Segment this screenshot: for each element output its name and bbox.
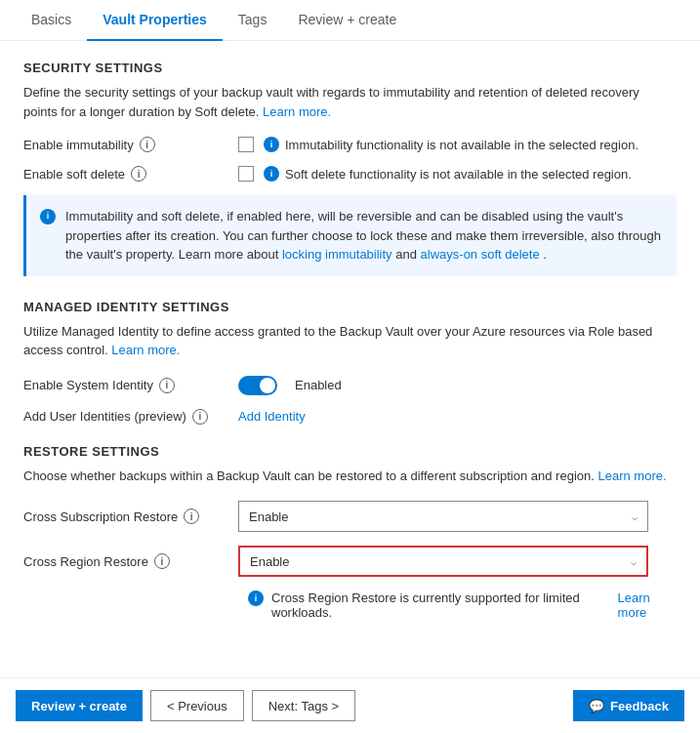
cross-region-info-icon[interactable]: i [154, 553, 170, 569]
security-info-box: i Immutability and soft delete, if enabl… [23, 195, 677, 276]
user-identities-label: Add User Identities (preview) i [23, 409, 238, 425]
tabs-bar: Basics Vault Properties Tags Review + cr… [0, 0, 700, 41]
cross-region-info-icon-blue: i [248, 590, 264, 606]
cross-region-chevron: ⌵ [631, 556, 637, 567]
security-learn-more-link[interactable]: Learn more. [263, 104, 331, 119]
next-tags-button[interactable]: Next: Tags > [252, 690, 355, 721]
cross-subscription-label-text: Cross Subscription Restore [23, 509, 178, 524]
system-identity-control: Enabled [238, 376, 342, 395]
tab-vault-properties[interactable]: Vault Properties [87, 0, 223, 41]
cross-subscription-field-row: Cross Subscription Restore i Enable ⌵ [23, 501, 677, 532]
cross-subscription-chevron: ⌵ [632, 511, 638, 522]
locking-immutability-link[interactable]: locking immutability [282, 247, 392, 262]
feedback-icon: 💬 [589, 699, 604, 713]
soft-delete-status: i Soft delete functionality is not avail… [264, 166, 632, 182]
immutability-status-icon: i [264, 137, 279, 152]
cross-region-label-text: Cross Region Restore [23, 554, 148, 569]
cross-region-learn-more-link[interactable]: Learn more [618, 590, 677, 620]
soft-delete-control: i Soft delete functionality is not avail… [238, 166, 632, 182]
soft-delete-field-row: Enable soft delete i i Soft delete funct… [23, 166, 677, 182]
immutability-label: Enable immutability i [23, 137, 238, 152]
cross-region-info-text: Cross Region Restore is currently suppor… [271, 590, 610, 620]
soft-delete-info-icon[interactable]: i [131, 166, 146, 182]
managed-identity-desc: Utilize Managed Identity to define acces… [23, 322, 677, 360]
immutability-field-row: Enable immutability i i Immutability fun… [23, 137, 677, 152]
cross-region-dropdown[interactable]: Enable ⌵ [238, 546, 648, 577]
user-identities-info-icon[interactable]: i [192, 409, 208, 425]
tab-review-create[interactable]: Review + create [282, 0, 412, 41]
add-identity-link[interactable]: Add Identity [238, 409, 306, 424]
cross-subscription-control: Enable ⌵ [238, 501, 648, 532]
immutability-control: i Immutability functionality is not avai… [238, 137, 638, 152]
user-identities-field-row: Add User Identities (preview) i Add Iden… [23, 409, 677, 425]
soft-delete-status-text: Soft delete functionality is not availab… [285, 167, 632, 182]
cross-region-control: Enable ⌵ [238, 546, 648, 577]
cross-region-label: Cross Region Restore i [23, 553, 238, 569]
user-identities-control: Add Identity [238, 409, 306, 424]
always-on-soft-delete-link[interactable]: always-on soft delete [421, 247, 540, 262]
soft-delete-label-text: Enable soft delete [23, 167, 125, 182]
info-box-icon: i [40, 209, 56, 224]
system-identity-label: Enable System Identity i [23, 378, 238, 393]
managed-identity-learn-more-link[interactable]: Learn more. [111, 343, 180, 357]
immutability-status: i Immutability functionality is not avai… [264, 137, 638, 152]
feedback-button[interactable]: 💬 Feedback [573, 690, 684, 721]
feedback-label: Feedback [610, 699, 669, 713]
immutability-checkbox[interactable] [238, 137, 254, 152]
system-identity-toggle[interactable] [238, 376, 277, 395]
system-identity-field-row: Enable System Identity i Enabled [23, 376, 677, 395]
user-identities-label-text: Add User Identities (preview) [23, 409, 186, 424]
cross-subscription-value: Enable [249, 509, 288, 524]
managed-identity-section: MANAGED IDENTITY SETTINGS Utilize Manage… [23, 300, 677, 425]
cross-subscription-label: Cross Subscription Restore i [23, 509, 238, 524]
cross-region-value: Enable [250, 554, 289, 569]
tab-basics[interactable]: Basics [16, 0, 87, 41]
restore-settings-section: RESTORE SETTINGS Choose whether backups … [23, 444, 677, 621]
restore-settings-title: RESTORE SETTINGS [23, 444, 677, 459]
tab-tags[interactable]: Tags [223, 0, 283, 41]
managed-identity-title: MANAGED IDENTITY SETTINGS [23, 300, 677, 314]
previous-button[interactable]: < Previous [150, 690, 244, 721]
review-create-button[interactable]: Review + create [16, 690, 143, 721]
footer-bar: Review + create < Previous Next: Tags > … [0, 677, 700, 733]
system-identity-label-text: Enable System Identity [23, 378, 153, 392]
soft-delete-checkbox[interactable] [238, 166, 254, 182]
cross-subscription-dropdown[interactable]: Enable ⌵ [238, 501, 648, 532]
restore-settings-desc: Choose whether backups within a Backup V… [23, 467, 677, 486]
immutability-status-text: Immutability functionality is not availa… [285, 138, 638, 152]
cross-region-field-row: Cross Region Restore i Enable ⌵ [23, 546, 677, 577]
system-identity-info-icon[interactable]: i [159, 378, 175, 393]
info-box-text: Immutability and soft delete, if enabled… [65, 207, 663, 265]
info-box-suffix: . [543, 247, 547, 262]
security-settings-section: SECURITY SETTINGS Define the security se… [23, 61, 677, 276]
restore-settings-desc-text: Choose whether backups within a Backup V… [23, 468, 595, 483]
immutability-info-icon[interactable]: i [140, 137, 155, 152]
cross-subscription-info-icon[interactable]: i [184, 509, 199, 524]
soft-delete-label: Enable soft delete i [23, 166, 238, 182]
security-settings-desc: Define the security settings of your bac… [23, 83, 677, 121]
main-content: SECURITY SETTINGS Define the security se… [0, 41, 700, 677]
info-box-and: and [395, 247, 420, 262]
cross-region-info-row: i Cross Region Restore is currently supp… [248, 590, 677, 620]
security-desc-text: Define the security settings of your bac… [23, 85, 639, 119]
system-identity-status: Enabled [295, 378, 342, 392]
immutability-label-text: Enable immutability [23, 138, 134, 152]
restore-learn-more-link[interactable]: Learn more. [598, 468, 667, 483]
security-settings-title: SECURITY SETTINGS [23, 61, 677, 75]
soft-delete-status-icon: i [264, 166, 279, 182]
